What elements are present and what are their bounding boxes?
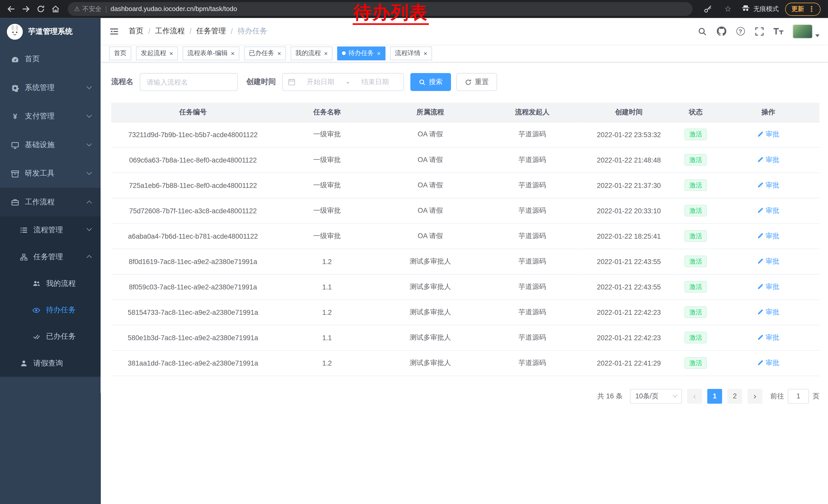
process-name-input[interactable] (140, 73, 238, 91)
approve-button[interactable]: 审批 (757, 358, 780, 368)
sidebar-item-process-management[interactable]: 流程管理 (0, 216, 100, 243)
browser-menu-dots-icon[interactable]: ⋮ (808, 5, 816, 13)
approve-button[interactable]: 审批 (757, 333, 780, 342)
page-size-select[interactable]: 10条/页 (630, 388, 682, 404)
create-time-label: 创建时间 (246, 77, 276, 87)
sidebar-item-system[interactable]: 系统管理 (0, 74, 100, 102)
column-header: 任务编号 (111, 102, 275, 122)
breadcrumb-workflow[interactable]: 工作流程 (155, 27, 185, 36)
initiator: 芋道源码 (481, 300, 583, 325)
sidebar-item-devtools[interactable]: 研发工具 (0, 159, 100, 188)
task-id: 73211d9d-7b9b-11ec-b5b7-acde48001122 (111, 122, 275, 147)
sidebar-item-infrastructure[interactable]: 基础设施 (0, 131, 100, 159)
date-range-separator: - (345, 78, 350, 86)
breadcrumb-task-management[interactable]: 任务管理 (196, 27, 226, 36)
caret-down-icon (815, 34, 820, 37)
annotation-todo-list: 待办列表 (353, 2, 429, 25)
page-button-1[interactable]: 1 (707, 388, 722, 404)
table-row: a6aba0a4-7b6d-11ec-b781-acde48001122 一级审… (111, 223, 819, 249)
sidebar-item-label: 流程管理 (33, 225, 63, 235)
sidebar-item-payment[interactable]: ¥ 支付管理 (0, 102, 100, 131)
browser-back-icon[interactable] (4, 2, 18, 16)
approve-button[interactable]: 审批 (757, 180, 780, 190)
task-name: 一级审批 (275, 122, 379, 147)
tab-my-processes[interactable]: 我的流程 × (291, 46, 332, 60)
tab-close-icon[interactable]: × (377, 50, 381, 56)
browser-update-button[interactable]: 更新 ⋮ (785, 2, 821, 16)
created-time: 2022-01-21 22:41:29 (583, 350, 675, 375)
tab-close-icon[interactable]: × (169, 50, 173, 56)
tab-home[interactable]: 首页 (109, 46, 131, 60)
column-header: 创建时间 (583, 102, 675, 122)
sidebar-item-todo-tasks[interactable]: 待办任务 (0, 297, 100, 323)
approve-button[interactable]: 审批 (757, 282, 780, 291)
tab-done-tasks[interactable]: 已办任务 × (244, 46, 286, 60)
sidebar-item-label: 我的流程 (46, 279, 76, 288)
task-name: 1.1 (275, 325, 379, 350)
sidebar-item-label: 首页 (25, 55, 40, 64)
approve-button[interactable]: 审批 (757, 130, 780, 139)
goto-label: 前往 (770, 391, 784, 401)
sidebar-item-label: 请假查询 (33, 358, 63, 368)
process-name-label: 流程名 (111, 77, 133, 87)
tab-close-icon[interactable]: × (278, 50, 281, 56)
sidebar-item-home[interactable]: 首页 (0, 45, 100, 73)
next-page-button[interactable]: › (747, 388, 762, 404)
task-name: 一级审批 (275, 198, 379, 223)
browser-home-icon[interactable] (49, 2, 63, 16)
approve-button[interactable]: 审批 (757, 307, 780, 317)
font-size-icon[interactable] (773, 26, 783, 36)
navbar-actions: ? (697, 24, 820, 39)
github-icon[interactable] (716, 26, 726, 36)
tab-close-icon[interactable]: × (423, 50, 427, 56)
sidebar-item-done-tasks[interactable]: 已办任务 (0, 323, 100, 350)
pagination: 共 16 条 10条/页 ‹ 1 2 › 前往 页 (111, 388, 819, 404)
created-time: 2022-01-22 18:25:41 (583, 223, 675, 249)
start-date-placeholder: 开始日期 (297, 77, 343, 87)
hamburger-icon[interactable] (109, 26, 119, 36)
bookmark-star-icon[interactable]: ☆ (721, 2, 735, 16)
page-button-2[interactable]: 2 (728, 388, 742, 404)
user-avatar[interactable] (793, 24, 820, 39)
search-icon[interactable] (697, 26, 707, 36)
task-name: 1.2 (275, 249, 379, 274)
approve-button[interactable]: 审批 (757, 206, 780, 215)
browser-forward-icon[interactable] (19, 2, 33, 16)
tab-process-detail[interactable]: 流程详情 × (390, 46, 432, 60)
initiator: 芋道源码 (481, 198, 583, 223)
sidebar-item-label: 待办任务 (46, 305, 76, 315)
column-header: 操作 (717, 102, 820, 122)
tab-close-icon[interactable]: × (231, 50, 235, 56)
sidebar-item-label: 任务管理 (33, 252, 63, 262)
search-button[interactable]: 搜索 (410, 73, 451, 91)
date-range-picker[interactable]: 开始日期 - 结束日期 (282, 73, 404, 91)
password-key-icon[interactable] (701, 2, 715, 16)
breadcrumb: 首页 / 工作流程 / 任务管理 / 待办任务 (129, 27, 267, 36)
sidebar-item-task-management[interactable]: 任务管理 (0, 243, 100, 270)
app-logo[interactable]: 芋道管理系统 (0, 18, 100, 45)
created-time: 2022-01-21 22:42:23 (583, 325, 675, 350)
prev-page-button[interactable]: ‹ (687, 388, 702, 404)
sidebar-item-leave-query[interactable]: 请假查询 (0, 350, 100, 377)
sidebar-item-workflow[interactable]: 工作流程 (0, 188, 100, 216)
table-row: 73211d9d-7b9b-11ec-b5b7-acde48001122 一级审… (111, 122, 819, 147)
breadcrumb-home[interactable]: 首页 (129, 27, 143, 36)
browser-reload-icon[interactable] (34, 2, 48, 16)
approve-button[interactable]: 审批 (757, 155, 780, 165)
initiator: 芋道源码 (481, 173, 583, 198)
tab-start-process[interactable]: 发起流程 × (136, 46, 178, 60)
tab-close-icon[interactable]: × (324, 50, 328, 56)
initiator: 芋道源码 (481, 350, 583, 375)
approve-button[interactable]: 审批 (757, 231, 780, 241)
tab-todo-tasks[interactable]: 待办任务 × (337, 46, 385, 60)
monitor-icon (10, 141, 19, 149)
fullscreen-icon[interactable] (754, 26, 764, 36)
goto-page-input[interactable] (788, 388, 809, 404)
approve-button[interactable]: 审批 (757, 257, 780, 266)
sidebar-item-my-processes[interactable]: 我的流程 (0, 270, 100, 297)
status-badge: 激活 (685, 357, 707, 369)
help-icon[interactable]: ? (735, 26, 745, 36)
reset-button[interactable]: 重置 (456, 73, 497, 91)
end-date-placeholder: 结束日期 (352, 77, 398, 87)
tab-process-form-edit[interactable]: 流程表单-编辑 × (182, 46, 239, 60)
